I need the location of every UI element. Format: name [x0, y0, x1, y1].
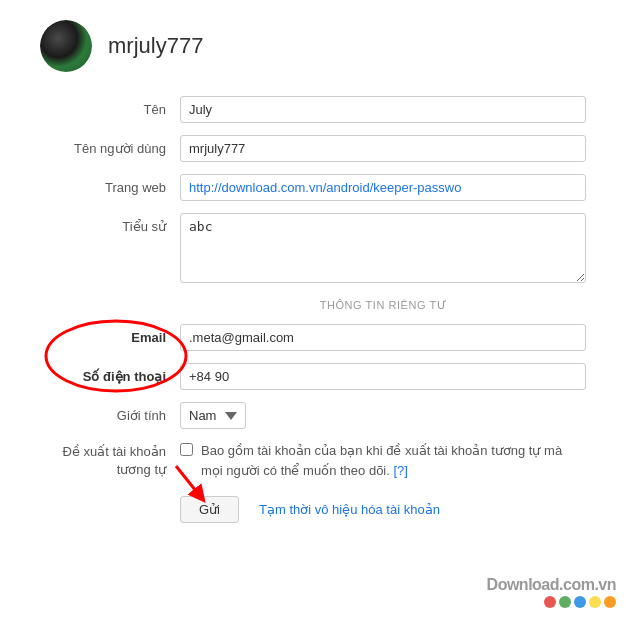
phone-label: Số điện thoại: [40, 363, 180, 384]
private-section: Email Số điện thoại: [40, 324, 586, 390]
ten-nguoi-dung-input[interactable]: [180, 135, 586, 162]
gender-label: Giới tính: [40, 402, 180, 423]
phone-row: Số điện thoại: [40, 363, 586, 390]
private-section-header: THÔNG TIN RIÊNG TƯ: [180, 299, 586, 312]
watermark-text: Download.com.vn: [487, 576, 616, 594]
trang-web-label: Trang web: [40, 174, 180, 195]
suggest-row: Đề xuất tài khoản tương tự Bao gồm tài k…: [40, 441, 586, 480]
email-input[interactable]: [180, 324, 586, 351]
tieu-su-label: Tiểu sử: [40, 213, 180, 234]
dot-red: [544, 596, 556, 608]
page-wrapper: mrjuly777 Tên Tên người dùng Trang web T…: [0, 0, 626, 618]
ten-row: Tên: [40, 96, 586, 123]
gender-row: Giới tính Nam Nữ: [40, 402, 586, 429]
ten-label: Tên: [40, 96, 180, 117]
submit-button[interactable]: Gửi: [180, 496, 239, 523]
email-label: Email: [40, 324, 180, 345]
dot-orange: [604, 596, 616, 608]
submit-row: Gửi Tạm thời vô hiệu hóa tài khoản: [180, 496, 586, 523]
gender-select[interactable]: Nam Nữ: [180, 402, 246, 429]
ten-input[interactable]: [180, 96, 586, 123]
ten-nguoi-dung-label: Tên người dùng: [40, 135, 180, 156]
suggest-content: Bao gồm tài khoản của bạn khi đề xuất tà…: [180, 441, 586, 480]
trang-web-row: Trang web: [40, 174, 586, 201]
watermark-dots: [487, 596, 616, 608]
dot-yellow: [589, 596, 601, 608]
phone-input[interactable]: [180, 363, 586, 390]
deactivate-link[interactable]: Tạm thời vô hiệu hóa tài khoản: [259, 502, 440, 517]
profile-header: mrjuly777: [40, 20, 586, 72]
avatar-image: [40, 20, 92, 72]
suggest-checkbox[interactable]: [180, 443, 193, 456]
username-display: mrjuly777: [108, 33, 203, 59]
watermark: Download.com.vn: [487, 576, 616, 608]
tieu-su-input[interactable]: abc: [180, 213, 586, 283]
dot-blue: [574, 596, 586, 608]
avatar: [40, 20, 92, 72]
suggest-text: Bao gồm tài khoản của bạn khi đề xuất tà…: [201, 441, 586, 480]
tieu-su-row: Tiểu sử abc: [40, 213, 586, 283]
username-row: Tên người dùng: [40, 135, 586, 162]
suggest-help-link[interactable]: [?]: [393, 463, 407, 478]
trang-web-input[interactable]: [180, 174, 586, 201]
main-container: mrjuly777 Tên Tên người dùng Trang web T…: [0, 0, 626, 543]
dot-green: [559, 596, 571, 608]
suggest-label: Đề xuất tài khoản tương tự: [40, 441, 180, 479]
email-row: Email: [40, 324, 586, 351]
